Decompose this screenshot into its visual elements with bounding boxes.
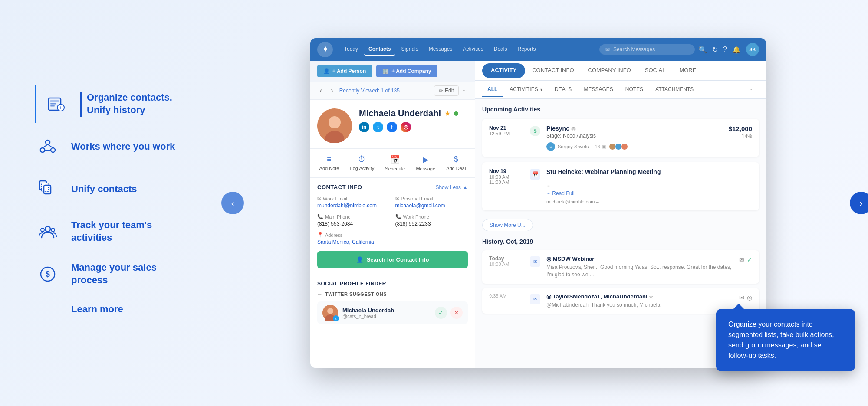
quick-actions: ≡ Add Note ⏱ Log Activity 📅 Schedule [310,149,475,178]
hist-message-icon: ✉ [530,294,540,304]
social-finder-title: SOCIAL PROFILE FINDER [317,281,468,287]
nav-item-works-label: Works where you work [71,141,175,153]
svg-text:+: + [59,105,62,110]
sub-tab-messages[interactable]: MESSAGES [579,83,618,97]
contacts-icon: + [43,91,69,117]
nav-item-organize-label: Organize contacts.Unify history [80,92,172,116]
work-phone-value[interactable]: (818) 552-2233 [395,221,468,227]
nav-item-works[interactable]: Works where you work [35,128,200,166]
address-value[interactable]: Santa Monica, California [317,239,468,245]
next-arrow-button[interactable]: › [850,192,868,214]
add-note-icon: ≡ [327,155,332,164]
help-icon[interactable]: ? [723,46,727,53]
tab-social[interactable]: SOCIAL [638,62,673,80]
hist-date-col-2: 9:35 AM [489,293,524,309]
facebook-icon[interactable]: f [387,122,397,132]
nav-reports[interactable]: Reports [513,43,540,56]
contact-header: Michaela Underdahl ★ in t f ◎ [310,100,475,149]
bell-icon[interactable]: 🔔 [732,46,741,54]
add-company-button[interactable]: 🏢 + Add Company [376,65,437,77]
show-less-button[interactable]: Show Less ▲ [435,184,468,190]
add-person-button[interactable]: 👤 + Add Person [317,65,372,77]
sub-tab-activities[interactable]: ACTIVITIES ▾ [504,83,548,97]
nav-today[interactable]: Today [340,43,362,56]
sub-tab-overflow[interactable]: ··· [744,83,759,97]
svg-line-10 [48,144,53,148]
work-email-value[interactable]: munderdahl@nimble.com [317,203,390,209]
nav-item-unify[interactable]: Unify contacts [35,170,200,208]
tab-company-info[interactable]: COMPANY INFO [581,62,638,80]
twitter-section: ← TWITTER SUGGESTIONS [317,291,468,297]
search-placeholder: Search Messages [613,46,655,52]
twitter-reject-button[interactable]: ✕ [450,307,463,319]
twitter-accept-button[interactable]: ✓ [435,307,447,319]
sub-tab-attachments[interactable]: ATTACHMENTS [650,83,699,97]
add-deal-icon: $ [454,155,458,164]
nav-signals[interactable]: Signals [397,43,422,56]
tab-more[interactable]: MORE [672,62,703,80]
nav-item-organize[interactable]: + Organize contacts.Unify history [35,85,200,123]
hist-time-1: 10:00 AM [489,262,524,267]
add-person-label: + Add Person [332,68,366,74]
svg-point-16 [41,228,44,232]
personal-email-value[interactable]: michaela@gmail.com [395,203,468,209]
hist-icon-col-2: ✉ [529,293,541,309]
deal-percent: 14% [729,133,752,139]
nav-messages[interactable]: Messages [424,43,457,56]
show-more-button[interactable]: Show More U... [482,219,533,231]
team-icon [35,219,61,245]
search-icon[interactable]: 🔍 [698,46,707,54]
log-activity-action[interactable]: ⏱ Log Activity [350,155,375,171]
svg-point-7 [40,148,45,152]
svg-rect-3 [50,105,55,107]
meeting-date: Nov 19 [489,168,524,174]
search-bar[interactable]: ✉ Search Messages [599,44,695,55]
twitter-display-name: Michaela Underdahl [342,307,396,314]
prev-arrow-button[interactable]: ‹ [221,192,244,214]
nav-item-track[interactable]: Track your team'sactivities [35,213,200,251]
star-icon[interactable]: ★ [444,109,450,118]
contact-info-section-header: CONTACT INFO Show Less ▲ [317,184,468,190]
left-panel: + Organize contacts.Unify history Works … [0,0,226,406]
nav-item-manage[interactable]: $ Manage your salesprocess [35,255,200,293]
sub-tab-notes[interactable]: NOTES [620,83,648,97]
nav-deals[interactable]: Deals [490,43,512,56]
meeting-email-preview: michaela@nimble.com – [546,199,752,204]
nav-contacts[interactable]: Contacts [364,43,395,56]
search-contact-info-button[interactable]: 👤 Search for Contact Info [317,251,468,268]
nav-activities[interactable]: Activities [458,43,487,56]
tab-contact-info[interactable]: CONTACT INFO [525,62,581,80]
twitter-suggestions-label: TWITTER SUGGESTIONS [325,291,387,297]
social-icons-row: in t f ◎ [359,122,468,132]
message-action[interactable]: ▶ Message [416,155,435,171]
edit-contact-button[interactable]: ✏ Edit [434,85,459,96]
svg-point-6 [46,140,50,144]
social-profile-finder: SOCIAL PROFILE FINDER ← TWITTER SUGGESTI… [317,275,468,324]
deal-dollar-icon: $ [530,126,540,136]
main-phone-value[interactable]: (818) 553-2684 [317,221,390,227]
sub-tab-deals[interactable]: DEALS [549,83,577,97]
tab-activity[interactable]: ACTIVITY [482,63,525,78]
twitter-icon[interactable]: t [373,122,383,132]
twitter-result: t Michaela Underdahl @cats_n_bread ✓ ✕ [317,301,468,324]
more-options-button[interactable]: ··· [462,87,468,95]
add-note-action[interactable]: ≡ Add Note [319,155,339,171]
read-full-button[interactable]: ··· Read Full [546,190,752,196]
prev-contact-button[interactable]: ‹ [317,86,325,95]
app-window: ✦ Today Contacts Signals Messages Activi… [310,38,766,368]
unify-icon [35,176,61,202]
schedule-action[interactable]: 📅 Schedule [385,155,405,171]
personal-email-item: ✉ Personal Email michaela@gmail.com [395,196,468,209]
add-person-icon: 👤 [323,68,330,74]
instagram-icon[interactable]: ◎ [401,122,411,132]
next-contact-button[interactable]: › [328,86,335,95]
add-deal-action[interactable]: $ Add Deal [446,155,466,171]
learn-more-link[interactable]: Learn more [35,298,200,321]
refresh-icon[interactable]: ↻ [712,46,718,54]
message-icon: ▶ [423,155,429,164]
user-avatar[interactable]: SK [746,43,759,56]
linkedin-icon[interactable]: in [359,122,369,132]
sub-tab-all[interactable]: ALL [482,83,503,97]
app-main: 👤 + Add Person 🏢 + Add Company ‹ › Recen… [310,61,766,368]
nav-icons: 🔍 ↻ ? 🔔 SK [698,43,759,56]
